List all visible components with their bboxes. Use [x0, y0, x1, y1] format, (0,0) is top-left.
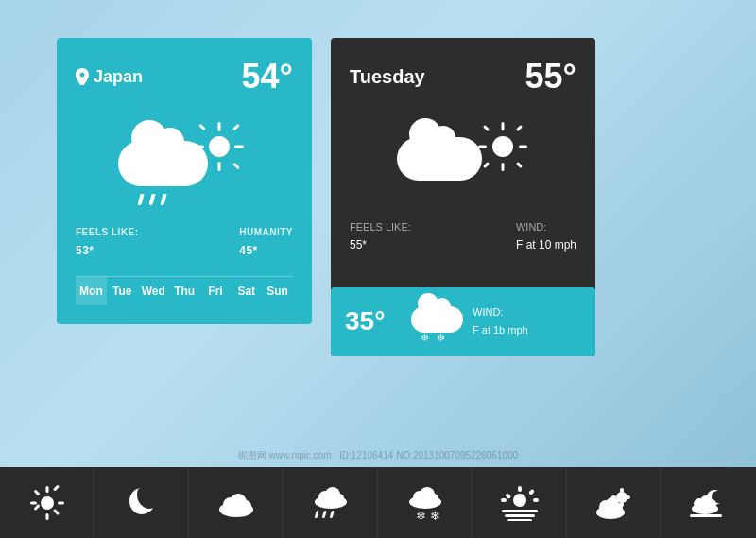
rain-cloud-icon [311, 485, 351, 521]
partly-cloudy-icon [593, 486, 635, 520]
svg-rect-19 [329, 511, 334, 518]
card-header: Japan 54° [76, 57, 293, 96]
mini-wind-label: WIND: [472, 304, 528, 321]
svg-rect-2 [45, 513, 48, 520]
left-weather-card: Japan 54° [57, 38, 312, 324]
svg-rect-30 [528, 488, 535, 495]
moon-weather-icon[interactable] [94, 467, 189, 538]
temperature-dark: 55° [525, 57, 576, 96]
svg-point-25 [513, 494, 526, 507]
day-fri[interactable]: Fri [200, 277, 232, 305]
day-wed[interactable]: Wed [138, 277, 169, 305]
mini-temperature: 35° [345, 306, 402, 337]
fog-weather-icon[interactable] [662, 467, 756, 538]
svg-rect-7 [52, 485, 59, 492]
svg-rect-31 [502, 510, 538, 512]
feels-like-block: FEELS LIKE: 53* [76, 224, 139, 262]
feels-like-label: FEELS LIKE: [76, 224, 139, 241]
mini-weather-card: 35° ❄ ❄ WIND: F at 1b mph [331, 287, 595, 356]
svg-rect-3 [30, 501, 37, 504]
humidity-block: HUMANITY 45* [239, 224, 293, 262]
svg-rect-17 [314, 511, 318, 518]
day-tue[interactable]: Tue [107, 277, 138, 305]
dark-wind-value: F at 10 mph [516, 236, 576, 254]
location: Japan [76, 67, 143, 87]
day-sat[interactable]: Sat [231, 277, 262, 305]
svg-text:❄ ❄: ❄ ❄ [416, 509, 440, 521]
cloud-body-icon [118, 141, 208, 186]
location-name: Japan [94, 67, 143, 87]
dark-sun-icon [476, 120, 529, 173]
svg-rect-6 [52, 508, 59, 514]
mini-wind-info: WIND: F at 1b mph [472, 304, 528, 338]
weather-icon-area [76, 106, 293, 219]
weather-stats: FEELS LIKE: 53* HUMANITY 45* [76, 224, 293, 262]
feels-like-value: 53* [76, 241, 139, 262]
svg-rect-33 [507, 519, 532, 521]
day-sun[interactable]: Sun [262, 277, 293, 305]
svg-rect-47 [690, 514, 722, 517]
snow-cloud-icon: ❄ ❄ [411, 299, 463, 344]
svg-point-23 [429, 494, 438, 503]
svg-rect-5 [33, 489, 40, 495]
partly-cloudy-weather-icon[interactable] [567, 467, 662, 538]
dark-feels-value: 55* [350, 236, 411, 254]
sun-icon [29, 485, 65, 521]
day-mon[interactable]: Mon [76, 277, 107, 305]
svg-point-16 [335, 494, 344, 503]
dark-card-stats: FEELS LIKE: 55* WIND: F at 10 mph [350, 210, 576, 269]
location-pin-icon [76, 68, 89, 85]
svg-rect-4 [58, 501, 64, 504]
rain-weather-icon[interactable] [284, 467, 378, 538]
humidity-value: 45* [239, 241, 293, 262]
svg-rect-29 [533, 498, 539, 502]
svg-point-0 [41, 496, 54, 510]
dark-wind-label: WIND: [516, 219, 576, 236]
mini-wind-value: F at 1b mph [472, 321, 528, 339]
watermark: 昵图网 www.nipic.com ID:12106414 NO:2013100… [238, 449, 518, 462]
dark-cloud-body-icon [397, 137, 482, 181]
svg-rect-35 [620, 488, 624, 493]
svg-rect-27 [505, 493, 511, 499]
svg-rect-28 [501, 498, 507, 502]
day-thu[interactable]: Thu [169, 277, 200, 305]
dark-wind: WIND: F at 10 mph [516, 219, 576, 254]
svg-rect-18 [321, 511, 326, 518]
svg-rect-32 [505, 514, 535, 517]
fog-icon [688, 486, 730, 520]
svg-point-46 [707, 499, 716, 509]
svg-rect-26 [518, 486, 522, 492]
dark-feels-like: FEELS LIKE: 55* [350, 219, 411, 254]
svg-rect-38 [626, 495, 630, 499]
svg-point-42 [613, 503, 623, 512]
cloud-only-icon [216, 489, 256, 517]
cloud-weather-icon[interactable] [189, 467, 284, 538]
day-title: Tuesday [350, 66, 425, 88]
haze-icon [500, 485, 540, 521]
svg-point-12 [240, 500, 251, 512]
dark-card-header: Tuesday 55° [350, 57, 576, 96]
haze-weather-icon[interactable] [472, 467, 567, 538]
svg-rect-8 [33, 503, 40, 510]
right-weather-card: Tuesday 55° [331, 38, 595, 356]
dark-card-top: Tuesday 55° [331, 38, 595, 287]
dark-weather-icon-area [350, 106, 576, 210]
dark-feels-label: FEELS LIKE: [350, 219, 411, 236]
days-of-week-bar: Mon Tue Wed Thu Fri Sat Sun [76, 276, 293, 305]
sun-weather-icon[interactable] [0, 467, 94, 538]
svg-rect-1 [45, 486, 48, 493]
icon-bar: ❄ ❄ [0, 467, 756, 538]
humidity-label: HUMANITY [239, 224, 293, 241]
rain-drops-icon [139, 194, 165, 205]
temperature: 54° [242, 57, 293, 96]
moon-icon [127, 486, 157, 520]
snow-weather-icon[interactable]: ❄ ❄ [378, 467, 472, 538]
snow-cloud-icon-bar: ❄ ❄ [405, 485, 445, 521]
